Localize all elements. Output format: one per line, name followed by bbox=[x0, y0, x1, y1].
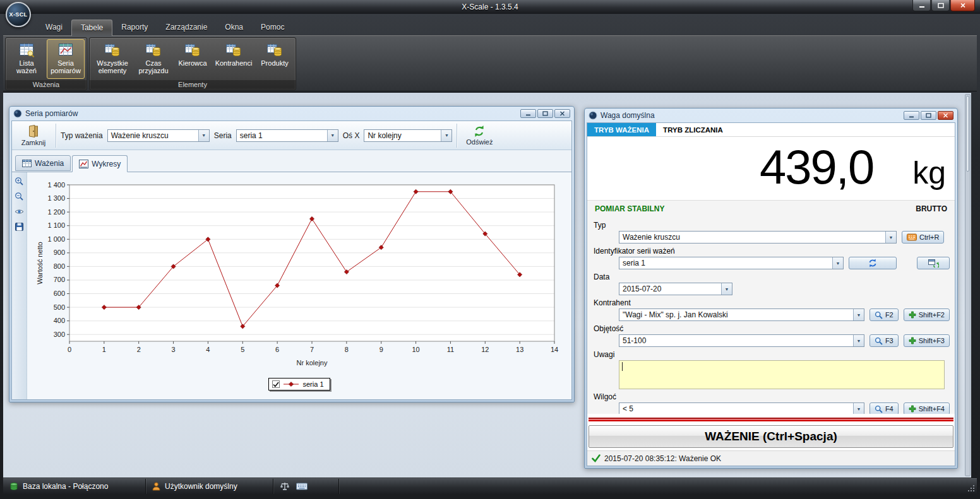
data-label: Data bbox=[594, 273, 950, 281]
close-button[interactable] bbox=[950, 0, 975, 11]
ribbon-item-czas-przyjazdu[interactable]: Czas przyjazdu bbox=[134, 39, 172, 79]
ribbon-body: Lista ważeń Seria pomiarów Ważenia bbox=[3, 35, 977, 91]
ribbon-item-label: Wszystkie elementy bbox=[93, 59, 132, 75]
ribbon-item-lista-wazen[interactable]: Lista ważeń bbox=[8, 39, 45, 79]
ribbon-tab-wagi[interactable]: Wagi bbox=[37, 20, 71, 36]
svg-text:14: 14 bbox=[551, 346, 558, 353]
toolbar-separator bbox=[457, 124, 457, 148]
maximize-button[interactable] bbox=[537, 109, 553, 118]
objetosc-add-button[interactable]: Shift+F3 bbox=[904, 334, 950, 347]
seria-label: Identyfikator serii ważeń bbox=[594, 247, 950, 255]
zoom-in-button[interactable] bbox=[13, 175, 25, 187]
preview-button[interactable] bbox=[13, 206, 25, 218]
close-button[interactable] bbox=[554, 109, 570, 118]
chart-legend[interactable]: seria 1 bbox=[268, 378, 330, 390]
kontrahent-combo[interactable]: "Wagi - Mix" sp. j. Jan Kowalski ▼ bbox=[619, 308, 864, 321]
maximize-button[interactable] bbox=[931, 0, 950, 11]
zoom-out-button[interactable] bbox=[13, 191, 25, 203]
weigh-button[interactable]: WAŻENIE (Ctrl+Spacja) bbox=[589, 425, 953, 448]
svg-text:600: 600 bbox=[54, 290, 65, 297]
svg-text:1 300: 1 300 bbox=[47, 194, 65, 202]
tab-wazenia[interactable]: Ważenia bbox=[15, 155, 71, 171]
titlebar: X-Scale - 1.3.5.4 bbox=[0, 0, 980, 14]
kontrahent-label: Kontrahent bbox=[594, 298, 950, 307]
wilgoc-value: < 5 bbox=[623, 404, 633, 413]
weighing-type-combo[interactable]: Ważenie kruszcu ▼ bbox=[107, 129, 210, 142]
ribbon-tab-raporty[interactable]: Raporty bbox=[112, 20, 157, 36]
data-combo[interactable]: 2015-07-20 ▼ bbox=[619, 283, 732, 295]
app-window: X-Scale - 1.3.5.4 X-SCL Wagi Tabele Rapo… bbox=[0, 0, 980, 499]
ribbon-tab-tabele[interactable]: Tabele bbox=[71, 20, 112, 36]
minimize-icon bbox=[525, 111, 531, 116]
ribbon-item-kierowca[interactable]: Kierowca bbox=[174, 39, 212, 79]
legend-checkbox[interactable] bbox=[272, 380, 280, 388]
mdi-scrollbar[interactable] bbox=[965, 94, 971, 476]
svg-text:700: 700 bbox=[54, 276, 65, 283]
x-axis-combo[interactable]: Nr kolejny ▼ bbox=[364, 129, 452, 142]
scale-window-body: TRYB WAŻENIA TRYB ZLICZANIA 439,0 kg POM… bbox=[587, 122, 955, 466]
ribbon-group-label-wazenia: Ważenia bbox=[6, 80, 87, 90]
tab-tryb-wazenia[interactable]: TRYB WAŻENIA bbox=[587, 123, 656, 136]
kontrahent-find-button[interactable]: F2 bbox=[869, 308, 899, 321]
maximize-icon bbox=[938, 3, 944, 8]
objetosc-find-button[interactable]: F3 bbox=[869, 334, 899, 347]
kontrahent-add-button[interactable]: Shift+F2 bbox=[904, 308, 950, 321]
objetosc-combo[interactable]: 51-100 ▼ bbox=[619, 334, 864, 347]
typ-label: Typ bbox=[594, 221, 950, 230]
minimize-button[interactable] bbox=[520, 109, 536, 118]
minimize-icon bbox=[909, 113, 914, 118]
svg-text:900: 900 bbox=[54, 249, 65, 256]
wilgoc-find-button[interactable]: F4 bbox=[869, 402, 899, 414]
seria-value: seria 1 bbox=[623, 259, 645, 267]
svg-text:7: 7 bbox=[310, 346, 314, 353]
door-icon bbox=[27, 124, 40, 138]
svg-text:Wartość netto: Wartość netto bbox=[36, 242, 44, 284]
minimize-button[interactable] bbox=[912, 0, 931, 11]
wilgoc-combo[interactable]: < 5 ▼ bbox=[619, 402, 864, 414]
ribbon-tab-zarzadzanie[interactable]: Zarządzanie bbox=[157, 20, 216, 36]
resize-grip[interactable] bbox=[965, 479, 977, 494]
app-logo[interactable]: X-SCL bbox=[6, 2, 31, 27]
ribbon-item-produkty[interactable]: Produkty bbox=[256, 39, 294, 79]
save-chart-button[interactable] bbox=[13, 221, 25, 233]
ribbon-item-seria-pomiarow[interactable]: Seria pomiarów bbox=[47, 39, 85, 79]
series-combo[interactable]: seria 1 ▼ bbox=[236, 129, 338, 142]
objetosc-find-label: F3 bbox=[885, 337, 893, 344]
tab-wykresy[interactable]: Wykresy bbox=[72, 155, 128, 172]
chevron-down-icon: ▼ bbox=[853, 403, 864, 414]
svg-text:6: 6 bbox=[275, 346, 279, 353]
ribbon-item-kontrahenci[interactable]: Kontrahenci bbox=[213, 39, 254, 79]
maximize-button[interactable] bbox=[921, 111, 936, 120]
add-icon bbox=[909, 405, 916, 413]
statusbar-devices-panel bbox=[273, 479, 339, 494]
chevron-down-icon: ▼ bbox=[853, 335, 864, 346]
weighing-form: Typ Ważenie kruszcu ▼ Ctrl+R bbox=[587, 216, 955, 414]
series-window-titlebar[interactable]: Seria pomiarów bbox=[11, 107, 572, 120]
scale-window-titlebar[interactable]: Waga domyślna bbox=[587, 109, 955, 122]
ctrl-r-button[interactable]: Ctrl+R bbox=[902, 231, 944, 244]
svg-text:Nr kolejny: Nr kolejny bbox=[297, 359, 328, 367]
tab-tryb-zliczania[interactable]: TRYB ZLICZANIA bbox=[656, 123, 730, 136]
minimize-button[interactable] bbox=[904, 111, 919, 120]
close-button[interactable] bbox=[938, 111, 953, 120]
close-icon bbox=[559, 111, 565, 116]
scrollbar-thumb[interactable] bbox=[966, 96, 969, 172]
svg-text:800: 800 bbox=[54, 262, 65, 270]
ribbon-tab-pomoc[interactable]: Pomoc bbox=[252, 20, 293, 36]
typ-combo[interactable]: Ważenie kruszcu ▼ bbox=[619, 231, 897, 244]
ribbon-group-elementy: Wszystkie elementy Czas przyjazdu bbox=[89, 37, 296, 90]
ribbon-item-wszystkie-elementy[interactable]: Wszystkie elementy bbox=[92, 39, 133, 79]
add-icon bbox=[909, 337, 916, 344]
refresh-series-button[interactable]: Odśwież bbox=[462, 122, 497, 149]
seria-reload-button[interactable] bbox=[849, 257, 897, 269]
svg-text:8: 8 bbox=[345, 346, 349, 353]
uwagi-textarea[interactable] bbox=[619, 360, 945, 389]
seria-combo[interactable]: seria 1 ▼ bbox=[619, 257, 844, 269]
ribbon-tab-okna[interactable]: Okna bbox=[216, 20, 252, 36]
close-series-button[interactable]: Zamknij bbox=[16, 122, 51, 149]
wilgoc-add-button[interactable]: Shift+F4 bbox=[904, 402, 950, 414]
seria-switch-button[interactable] bbox=[917, 257, 950, 269]
chevron-down-icon: ▼ bbox=[327, 130, 338, 141]
scale-mode-tabs: TRYB WAŻENIA TRYB ZLICZANIA bbox=[587, 123, 955, 137]
statusbar-user-panel: Użytkownik domyślny bbox=[146, 479, 273, 494]
